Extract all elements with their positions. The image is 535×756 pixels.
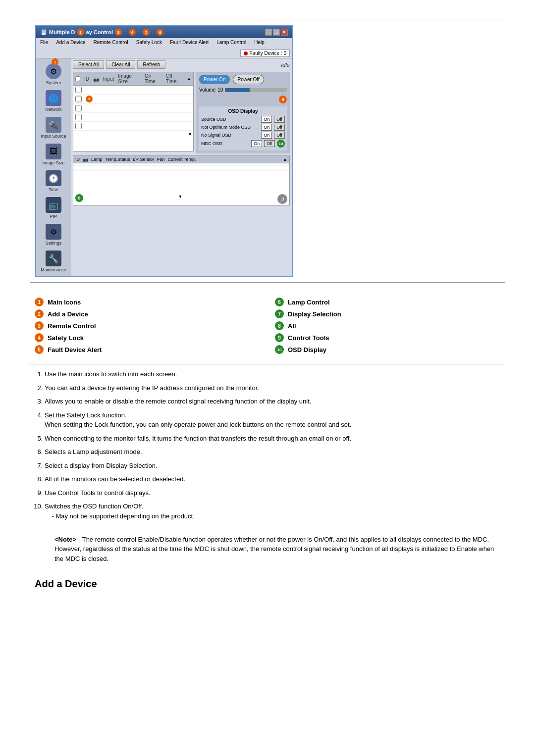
window-title: Multiple D: [49, 29, 75, 35]
scroll-indicator: ▲: [187, 76, 191, 81]
sidebar-icon-imagesize[interactable]: 🖼 Image Size: [38, 142, 69, 167]
divider: [30, 364, 505, 364]
legend-circle-1: 1: [35, 298, 44, 306]
sidebar-icon-system[interactable]: ⚙ System: [38, 61, 69, 87]
mdc-osd-off[interactable]: Off: [264, 140, 275, 147]
col-id: ID: [84, 76, 89, 82]
refresh-btn[interactable]: Refresh: [137, 60, 165, 69]
legend-item-6: 6 Lamp Control: [275, 298, 500, 306]
nosignal-osd-off[interactable]: Off: [274, 132, 285, 139]
maintenance-label: Maintenance: [41, 267, 66, 272]
select-all-btn[interactable]: Select All: [73, 60, 104, 69]
notoptimum-osd-off[interactable]: Off: [274, 124, 285, 131]
instruction-6: Selects a Lamp adjustment mode.: [45, 447, 500, 457]
notoptimum-osd-on[interactable]: On: [261, 124, 272, 131]
legend-circle-9: 9: [275, 333, 284, 342]
sidebar-icon-maintenance[interactable]: 🔧 Maintenance: [38, 249, 69, 274]
num-badge-10: 10: [277, 140, 285, 148]
row-checkbox[interactable]: [75, 96, 82, 102]
table-row[interactable]: [73, 122, 193, 131]
menu-fault-device[interactable]: Fault Device Alert: [168, 39, 211, 46]
row-checkbox[interactable]: [75, 87, 82, 93]
faulty-dot: [244, 51, 248, 55]
section-heading: Add a Device: [30, 578, 505, 590]
row-checkbox[interactable]: [75, 114, 82, 120]
table-row[interactable]: [73, 86, 193, 95]
legend-circle-10: 10: [275, 345, 284, 354]
power-on-btn[interactable]: Power On: [199, 75, 230, 84]
bcol-current-temp: Current Temp.: [168, 157, 196, 162]
num-badge-5b: 5: [143, 29, 150, 36]
pip-icon: 📺: [46, 197, 61, 213]
status-label: Idle: [281, 62, 290, 68]
note-label: <Note>: [54, 536, 76, 543]
sidebar-icon-network[interactable]: 🌐 Network: [38, 88, 69, 114]
power-off-btn[interactable]: Power Off: [233, 75, 264, 84]
network-icon: 🌐: [46, 90, 61, 106]
settings-label: Settings: [46, 241, 62, 246]
table-row[interactable]: 7: [73, 95, 193, 104]
mdc-osd-on[interactable]: On: [251, 140, 262, 147]
legend-text-4: Safety Lock: [48, 334, 84, 342]
menu-add-device[interactable]: Add a Device: [54, 39, 87, 46]
nosignal-osd-on[interactable]: On: [261, 132, 272, 139]
title-left: 🖥 Multiple D 2 ay Control 3 4 5 6: [40, 28, 163, 36]
table-header: ID 📷 Input Image Size On Time Off Time ▲: [73, 72, 193, 86]
menu-remote-control[interactable]: Remote Control: [92, 39, 130, 46]
legend-item-2: 2 Add a Device: [35, 309, 260, 318]
osd-row-mdc: MDC OSD On Off 10: [201, 140, 285, 148]
sidebar-icon-input[interactable]: 🔌 Input Source: [38, 115, 69, 141]
sidebar-icon-settings[interactable]: ⚙ Settings: [38, 222, 69, 248]
imagesize-icon: 🖼: [46, 144, 61, 159]
legend-item-4: 4 Safety Lock: [35, 333, 260, 342]
col-on-time: On Time: [145, 73, 162, 84]
legend-circle-5: 5: [35, 345, 44, 354]
restore-btn[interactable]: □: [273, 29, 280, 36]
menu-file[interactable]: File: [38, 39, 50, 46]
bcol-id: ID: [75, 157, 80, 162]
volume-row: Volume 10: [199, 87, 287, 93]
table-row[interactable]: [73, 104, 193, 113]
minimize-btn[interactable]: _: [265, 29, 272, 36]
volume-value: 10: [217, 87, 223, 93]
source-osd-on[interactable]: On: [261, 116, 272, 123]
menu-lamp-control[interactable]: Lamp Control: [214, 39, 248, 46]
num-badge-2: 2: [77, 29, 84, 36]
row-checkbox[interactable]: [75, 123, 82, 129]
num-badge-11: ↺: [277, 194, 287, 204]
volume-slider[interactable]: [225, 88, 287, 92]
legend-circle-7: 7: [275, 309, 284, 318]
table-rows: 7 ▼: [73, 86, 193, 138]
menu-help[interactable]: Help: [252, 39, 267, 46]
faulty-label: Faulty Device : 0: [250, 50, 286, 56]
instruction-8: All of the monitors can be selected or d…: [45, 474, 500, 484]
instruction-4: Set the Safety Lock function. When setti…: [45, 410, 500, 430]
legend-item-5: 5 Fault Device Alert: [35, 345, 260, 354]
row-checkbox[interactable]: [75, 105, 82, 111]
faulty-badge: Faulty Device : 0: [240, 50, 290, 57]
note-content: The remote control Enable/Disable functi…: [54, 536, 494, 562]
source-osd-off[interactable]: Off: [274, 116, 285, 123]
instruction-4-text: Set the Safety Lock function. When setti…: [45, 411, 351, 429]
sidebar-icon-pip[interactable]: 📺 PIP: [38, 195, 69, 221]
clear-all-btn[interactable]: Clear All: [106, 60, 135, 69]
bottom-rows: [73, 163, 289, 193]
table-row[interactable]: [73, 113, 193, 122]
menu-safety-lock[interactable]: Safety Lock: [134, 39, 164, 46]
osd-title: OSD Display: [201, 108, 285, 114]
legend-text-1: Main Icons: [48, 299, 81, 306]
instructions-list: Use the main icons to switch into each s…: [35, 369, 500, 563]
instruction-9: Use Control Tools to control displays.: [45, 488, 500, 498]
sidebar-icon-time[interactable]: 🕐 Time: [38, 168, 69, 194]
pip-label: PIP: [50, 214, 57, 219]
table-row[interactable]: [73, 168, 289, 171]
col-img: 📷: [93, 76, 99, 82]
legend-circle-4: 4: [35, 333, 44, 342]
legend-text-9: Control Tools: [288, 334, 329, 342]
scroll-up-bottom: ▲: [283, 157, 287, 162]
close-btn[interactable]: ✕: [281, 29, 288, 36]
select-all-checkbox[interactable]: [75, 76, 80, 81]
legend-item-8: 8 All: [275, 321, 500, 330]
num-badge-6: 6: [157, 29, 163, 36]
num-badge-9: 9: [279, 96, 287, 103]
